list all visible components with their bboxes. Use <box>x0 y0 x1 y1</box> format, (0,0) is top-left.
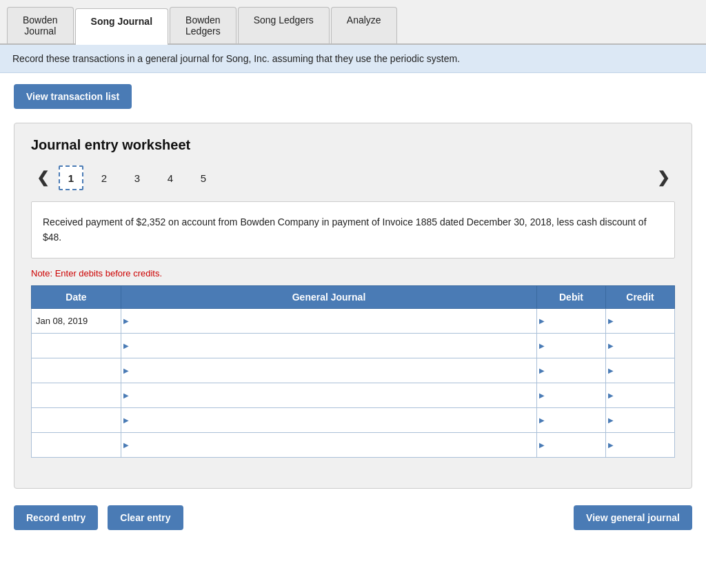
input-date-5[interactable] <box>32 433 121 457</box>
input-date-1[interactable] <box>32 334 121 358</box>
step-2[interactable]: 2 <box>92 165 117 190</box>
cell-debit-5 <box>537 432 606 457</box>
cell-debit-4 <box>537 407 606 432</box>
input-credit-5[interactable] <box>606 433 674 457</box>
step-prev-btn[interactable]: ❮ <box>31 166 54 190</box>
cell-debit-2 <box>537 358 606 383</box>
input-journal-5[interactable] <box>121 433 536 457</box>
cell-credit-0 <box>606 308 675 333</box>
input-credit-1[interactable] <box>606 334 674 358</box>
input-credit-3[interactable] <box>606 383 674 407</box>
cell-credit-3 <box>606 383 675 407</box>
step-4[interactable]: 4 <box>158 165 183 190</box>
cell-date-5 <box>32 432 121 457</box>
cell-journal-5 <box>121 432 537 457</box>
worksheet-title: Journal entry worksheet <box>31 137 675 153</box>
input-credit-4[interactable] <box>606 408 674 432</box>
input-debit-0[interactable] <box>537 309 605 333</box>
cell-journal-0 <box>121 308 537 333</box>
tab-bowden-ledgers[interactable]: BowdenLedgers <box>170 7 236 43</box>
cell-date-1 <box>32 333 121 358</box>
instruction-bar: Record these transactions in a general j… <box>0 45 706 73</box>
table-row <box>32 358 675 383</box>
worksheet-container: Journal entry worksheet ❮ 1 2 3 4 5 ❯ Re… <box>14 123 692 489</box>
input-debit-1[interactable] <box>537 334 605 358</box>
input-debit-3[interactable] <box>537 383 605 407</box>
cell-date-0 <box>32 308 121 333</box>
col-header-journal: General Journal <box>121 285 537 308</box>
step-next-btn[interactable]: ❯ <box>652 166 675 190</box>
table-row <box>32 308 675 333</box>
cell-credit-2 <box>606 358 675 383</box>
col-header-debit: Debit <box>537 285 606 308</box>
input-journal-2[interactable] <box>121 358 536 383</box>
record-entry-btn[interactable]: Record entry <box>14 505 98 530</box>
input-debit-5[interactable] <box>537 433 605 457</box>
cell-credit-5 <box>606 432 675 457</box>
instruction-text: Record these transactions in a general j… <box>12 53 460 64</box>
col-header-credit: Credit <box>606 285 675 308</box>
cell-journal-3 <box>121 383 537 407</box>
step-navigation: ❮ 1 2 3 4 5 ❯ <box>31 165 675 190</box>
input-date-3[interactable] <box>32 383 121 407</box>
table-row <box>32 333 675 358</box>
cell-credit-4 <box>606 407 675 432</box>
bottom-buttons: Record entry Clear entry View general jo… <box>0 496 706 544</box>
input-debit-4[interactable] <box>537 408 605 432</box>
cell-journal-2 <box>121 358 537 383</box>
step-3[interactable]: 3 <box>125 165 150 190</box>
transaction-description: Received payment of $2,352 on account fr… <box>31 201 675 258</box>
tab-song-ledgers[interactable]: Song Ledgers <box>238 7 330 43</box>
tabs-bar: BowdenJournal Song Journal BowdenLedgers… <box>0 0 706 45</box>
col-header-date: Date <box>32 285 121 308</box>
tab-analyze[interactable]: Analyze <box>331 7 397 43</box>
input-credit-2[interactable] <box>606 358 674 383</box>
step-5[interactable]: 5 <box>191 165 216 190</box>
cell-date-4 <box>32 407 121 432</box>
cell-date-2 <box>32 358 121 383</box>
left-buttons: Record entry Clear entry <box>14 505 183 530</box>
tab-song-journal[interactable]: Song Journal <box>75 8 168 45</box>
cell-debit-3 <box>537 383 606 407</box>
input-date-4[interactable] <box>32 408 121 432</box>
cell-debit-0 <box>537 308 606 333</box>
cell-credit-1 <box>606 333 675 358</box>
table-row <box>32 432 675 457</box>
input-date-0[interactable] <box>32 309 121 333</box>
table-row <box>32 383 675 407</box>
input-debit-2[interactable] <box>537 358 605 383</box>
input-journal-0[interactable] <box>121 309 536 333</box>
clear-entry-btn[interactable]: Clear entry <box>108 505 183 530</box>
cell-debit-1 <box>537 333 606 358</box>
view-transaction-btn[interactable]: View transaction list <box>14 84 132 109</box>
step-1[interactable]: 1 <box>59 165 83 190</box>
input-journal-3[interactable] <box>121 383 536 407</box>
input-date-2[interactable] <box>32 358 121 383</box>
tab-bowden-journal[interactable]: BowdenJournal <box>7 7 74 43</box>
input-credit-0[interactable] <box>606 309 674 333</box>
cell-date-3 <box>32 383 121 407</box>
journal-table: Date General Journal Debit Credit <box>31 285 675 458</box>
input-journal-4[interactable] <box>121 408 536 432</box>
cell-journal-1 <box>121 333 537 358</box>
view-transaction-area: View transaction list <box>0 73 706 116</box>
view-general-journal-btn[interactable]: View general journal <box>574 505 692 530</box>
cell-journal-4 <box>121 407 537 432</box>
input-journal-1[interactable] <box>121 334 536 358</box>
note-text: Note: Enter debits before credits. <box>31 268 675 278</box>
table-row <box>32 407 675 432</box>
